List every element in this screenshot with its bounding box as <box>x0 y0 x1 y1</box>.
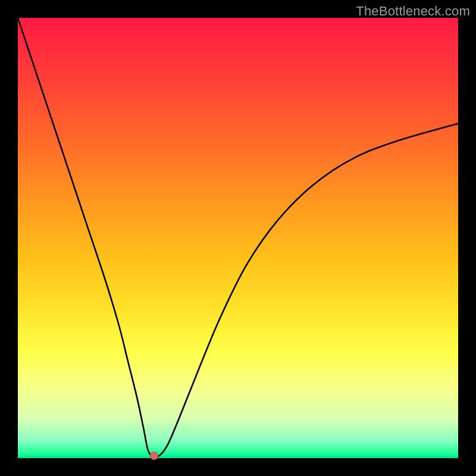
optimal-point-marker <box>150 452 158 460</box>
watermark-text: TheBottleneck.com <box>356 4 470 19</box>
curve-svg <box>18 18 458 458</box>
bottleneck-curve <box>18 18 458 457</box>
plot-area <box>18 18 458 458</box>
chart-stage: TheBottleneck.com <box>0 0 476 476</box>
